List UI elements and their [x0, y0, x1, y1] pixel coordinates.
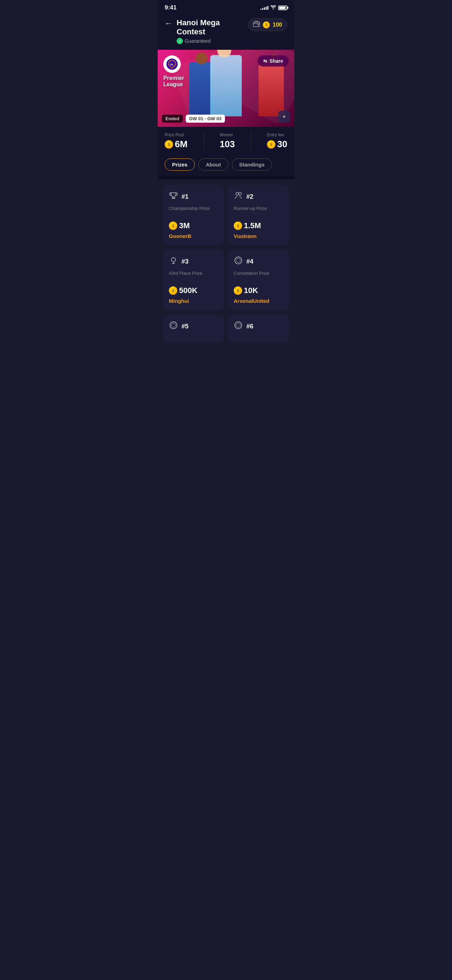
prize-card-4: #4 Consolation Prize $ 10K ArsenalUnited — [228, 250, 289, 310]
header: ← Hanoi Mega Contest ✓ Guaranteed $ 100 — [158, 14, 294, 50]
svg-point-9 — [170, 322, 177, 329]
gameweek-badge: GW 01 - GW 03 — [186, 115, 225, 123]
prize-pool-label: Prize Pool — [165, 132, 188, 137]
tab-prizes[interactable]: Prizes — [165, 158, 195, 171]
share-button[interactable]: ⇆ Share — [258, 56, 289, 67]
entry-fee-stat: Entry fee $ 30 — [267, 132, 287, 150]
svg-point-7 — [235, 257, 242, 264]
league-name: Premier League — [163, 75, 184, 87]
coin-icon: $ — [263, 21, 270, 29]
winner-label: Winner — [220, 132, 235, 137]
svg-text:PL: PL — [170, 63, 174, 66]
prize-winner-4: ArsenalUnited — [234, 298, 283, 304]
contest-banner: PL Premier League ⇆ Share Ended GW 01 - … — [158, 50, 294, 127]
consolation-icon — [234, 256, 243, 267]
prize-amount-1: 3M — [179, 221, 190, 230]
guaranteed-label: Guaranteed — [185, 38, 210, 44]
svg-point-11 — [235, 322, 242, 329]
back-button[interactable]: ← — [165, 19, 172, 28]
prize-rank-5: #5 — [181, 323, 188, 330]
status-icons — [260, 5, 287, 11]
banner-footer: Ended GW 01 - GW 03 — [162, 115, 225, 123]
prize-rank-4: #4 — [246, 258, 253, 265]
prize-card-1: #1 Championship Prize $ 3M GoonerB — [163, 185, 224, 245]
svg-point-10 — [171, 323, 175, 328]
player-2 — [210, 55, 242, 116]
status-time: 9:41 — [165, 4, 177, 11]
prize-winner-1: GoonerB — [169, 233, 218, 239]
ended-badge: Ended — [162, 115, 183, 123]
prizes-grid: #1 Championship Prize $ 3M GoonerB — [163, 185, 289, 310]
prizes-content: #1 Championship Prize $ 3M GoonerB — [158, 179, 294, 348]
stat-divider-1 — [204, 132, 204, 150]
prize-amount-4: 10K — [244, 286, 258, 295]
svg-point-4 — [236, 192, 239, 195]
prize-label-2: Runner-up Prize — [234, 206, 283, 217]
stat-divider-2 — [251, 132, 251, 150]
prize-card-6: #6 — [228, 314, 289, 342]
svg-point-8 — [236, 258, 240, 262]
battery-icon — [278, 6, 287, 10]
entry-fee-label: Entry fee — [267, 132, 287, 137]
third-place-icon — [169, 256, 178, 267]
check-icon: ✓ — [177, 38, 183, 44]
prize-pool-stat: Prize Pool $ 6M — [165, 132, 188, 150]
prize-rank-3: #3 — [181, 258, 188, 265]
bookmark-button[interactable]: + — [278, 111, 290, 123]
runner-up-icon — [234, 191, 243, 202]
prize-card-2: #2 Runner-up Prize $ 1.5M Vuutrann — [228, 185, 289, 245]
prize-rank-6: #6 — [246, 323, 253, 330]
entry-fee-coin-icon: $ — [267, 140, 275, 149]
prize-pool-value: 6M — [175, 139, 188, 150]
prize-label-3: #3rd Place Prize — [169, 270, 218, 282]
prize-label-1: Championship Prize — [169, 206, 218, 217]
league-logo: PL Premier League — [163, 56, 184, 87]
winner-stat: Winner 103 — [220, 132, 235, 150]
prize-coin-icon-4: $ — [234, 286, 242, 295]
prize-amount-3: 500K — [179, 286, 197, 295]
tab-about[interactable]: About — [198, 158, 228, 171]
prize-coin-icon-2: $ — [234, 221, 242, 230]
prize-card-3: #3 #3rd Place Prize $ 500K Minghui — [163, 250, 224, 310]
tab-standings[interactable]: Standings — [232, 158, 272, 171]
share-icon: ⇆ — [263, 58, 267, 64]
bottom-prizes-row: #5 #6 — [163, 314, 289, 342]
prize-pool-coin-icon: $ — [165, 140, 173, 149]
prize-winner-3: Minghui — [169, 298, 218, 304]
guaranteed-badge: ✓ Guaranteed — [177, 38, 248, 44]
prize-rank-1: #1 — [181, 193, 188, 200]
consolation-icon-6 — [234, 321, 243, 332]
svg-point-6 — [171, 258, 175, 262]
prize-card-5: #5 — [163, 314, 224, 342]
svg-point-1 — [258, 24, 259, 25]
tabs-section: Prizes About Standings — [158, 156, 294, 176]
svg-point-12 — [236, 323, 240, 328]
prize-coin-icon-1: $ — [169, 221, 177, 230]
prize-rank-2: #2 — [246, 193, 253, 200]
player-3 — [259, 64, 284, 116]
prize-coin-icon-3: $ — [169, 286, 177, 295]
winner-value: 103 — [220, 139, 235, 150]
wifi-icon — [271, 5, 276, 11]
prize-amount-2: 1.5M — [244, 221, 261, 230]
wallet-coin-widget[interactable]: $ 100 — [248, 18, 287, 31]
entry-fee-value: 30 — [277, 139, 287, 150]
stats-row: Prize Pool $ 6M Winner 103 Entry fee $ 3… — [158, 127, 294, 156]
prize-label-4: Consolation Prize — [234, 270, 283, 282]
status-bar: 9:41 — [158, 0, 294, 14]
wallet-icon — [253, 21, 260, 29]
consolation-icon-5 — [169, 321, 178, 332]
page-title: Hanoi Mega Contest — [177, 18, 248, 37]
trophy-icon — [169, 191, 178, 202]
coin-amount: 100 — [272, 22, 282, 28]
svg-point-5 — [239, 192, 242, 195]
prize-winner-2: Vuutrann — [234, 233, 283, 239]
separator — [158, 176, 294, 179]
signal-icon — [260, 6, 268, 10]
